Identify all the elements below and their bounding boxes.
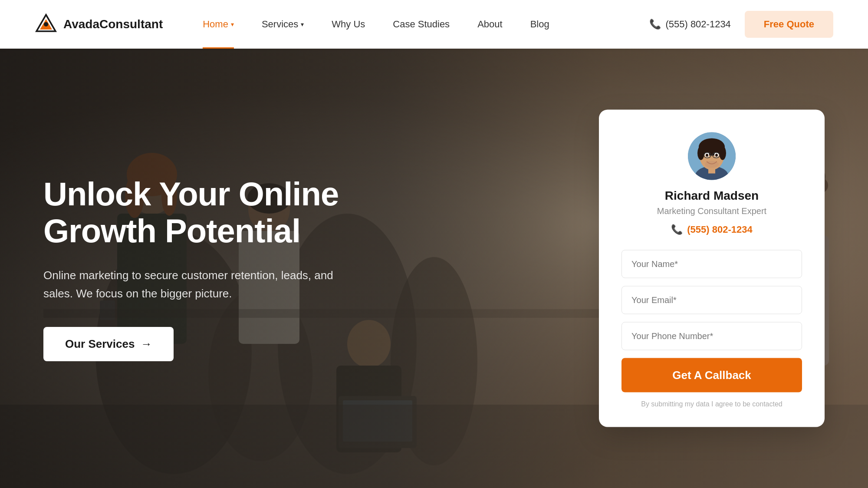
phone-input[interactable] — [621, 322, 802, 350]
contact-card: Richard Madsen Marketing Consultant Expe… — [599, 110, 825, 427]
consultant-avatar — [688, 132, 736, 180]
chevron-down-icon: ▾ — [231, 21, 234, 28]
nav-phone[interactable]: 📞 (555) 802-1234 — [649, 19, 730, 30]
nav-item-services[interactable]: Services ▾ — [248, 0, 318, 49]
phone-number: (555) 802-1234 — [687, 224, 752, 235]
nav-item-about[interactable]: About — [464, 0, 516, 49]
hero-subtext: Online marketing to secure customer rete… — [43, 267, 339, 303]
svg-point-47 — [706, 154, 708, 157]
consultant-phone[interactable]: 📞 (555) 802-1234 — [671, 224, 752, 235]
phone-icon: 📞 — [671, 224, 683, 235]
free-quote-button[interactable]: Free Quote — [745, 11, 833, 38]
svg-point-43 — [697, 146, 704, 160]
navbar: AvadaConsultant Home ▾ Services ▾ Why Us… — [0, 0, 868, 49]
nav-item-why-us[interactable]: Why Us — [318, 0, 379, 49]
consultant-name: Richard Madsen — [665, 189, 759, 203]
email-input[interactable] — [621, 286, 802, 314]
consultant-title: Marketing Consultant Expert — [657, 206, 766, 216]
hero-section: Unlock Your Online Growth Potential Onli… — [0, 49, 868, 488]
avatar-illustration — [688, 132, 736, 180]
nav-right: 📞 (555) 802-1234 Free Quote — [649, 11, 833, 38]
phone-icon: 📞 — [649, 19, 661, 30]
get-callback-button[interactable]: Get A Callback — [621, 358, 802, 392]
brand-name: AvadaConsultant — [63, 17, 163, 31]
our-services-label: Our Services — [65, 337, 135, 351]
logo-area[interactable]: AvadaConsultant — [35, 13, 163, 36]
svg-point-44 — [719, 146, 726, 160]
hero-text-block: Unlock Your Online Growth Potential Onli… — [43, 175, 382, 361]
logo-icon — [35, 13, 57, 36]
nav-links: Home ▾ Services ▾ Why Us Case Studies Ab… — [189, 0, 649, 49]
nav-item-case-studies[interactable]: Case Studies — [379, 0, 464, 49]
nav-item-blog[interactable]: Blog — [516, 0, 563, 49]
nav-item-home[interactable]: Home ▾ — [189, 0, 248, 49]
nav-phone-number: (555) 802-1234 — [665, 19, 730, 30]
svg-point-52 — [705, 161, 719, 168]
chevron-down-icon: ▾ — [301, 21, 304, 28]
our-services-button[interactable]: Our Services → — [43, 327, 174, 361]
hero-headline: Unlock Your Online Growth Potential — [43, 175, 382, 249]
form-disclaimer: By submitting my data I agree to be cont… — [641, 400, 783, 408]
svg-point-2 — [44, 22, 48, 26]
arrow-icon: → — [141, 337, 152, 351]
svg-point-48 — [715, 154, 718, 157]
name-input[interactable] — [621, 250, 802, 278]
